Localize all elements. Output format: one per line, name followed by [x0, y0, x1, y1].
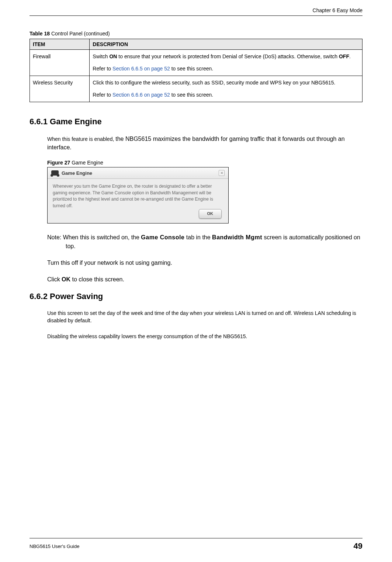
- page-footer: NBG5615 User's Guide 49: [30, 538, 362, 551]
- text-bold: OFF: [339, 53, 349, 59]
- text: Switch: [93, 53, 109, 59]
- close-icon[interactable]: ✕: [219, 170, 225, 176]
- text: Note: When this is switched on, the: [47, 234, 141, 240]
- table-caption: Table 18 Control Panel (continued): [30, 31, 362, 37]
- text-bold: Bandwidth Mgmt: [212, 234, 262, 240]
- table-caption-num: Table 18: [30, 31, 50, 37]
- text: .: [349, 53, 351, 59]
- power-saving-p2: Disabling the wireless capability lowers…: [47, 333, 362, 340]
- page-number: 49: [354, 541, 362, 551]
- intro-text: When this feature is enabled, the NBG561…: [47, 135, 362, 152]
- desc-firewall: Switch ON to ensure that your network is…: [90, 50, 362, 76]
- power-saving-p1: Use this screen to set the day of the we…: [47, 309, 362, 325]
- click-ok-text: Click OK to close this screen.: [47, 275, 362, 284]
- chapter-header: Chapter 6 Easy Mode: [30, 7, 362, 16]
- item-wireless-security: Wireless Security: [30, 76, 90, 102]
- dialog-header: Game Engine ✕: [48, 167, 228, 179]
- figure-caption-text: Game Engine: [70, 160, 103, 166]
- footer-guide-title: NBG5615 User's Guide: [30, 544, 79, 549]
- text: Refer to: [93, 92, 112, 98]
- figure-caption: Figure 27 Game Engine: [47, 160, 362, 166]
- heading-game-engine: 6.6.1 Game Engine: [30, 117, 362, 126]
- section-link[interactable]: Section 6.6.6 on page 52: [112, 92, 170, 98]
- turn-off-text: Turn this off if your network is not usi…: [47, 259, 362, 267]
- text: Click: [47, 276, 62, 282]
- heading-power-saving: 6.6.2 Power Saving: [30, 292, 362, 301]
- dialog-title: Game Engine: [62, 170, 92, 176]
- text: to see this screen.: [170, 92, 214, 98]
- text: to ensure that your network is protected…: [117, 53, 339, 59]
- table-caption-text: Control Panel (continued): [50, 31, 110, 37]
- text-bold: Game Console: [141, 234, 184, 240]
- control-panel-table: ITEM DESCRIPTION Firewall Switch ON to e…: [30, 39, 362, 102]
- text: tab in the: [184, 234, 212, 240]
- text: to see this screen.: [170, 66, 214, 72]
- desc-wireless-security: Click this to configure the wireless sec…: [90, 76, 362, 102]
- item-firewall: Firewall: [30, 50, 90, 76]
- controller-icon: [51, 170, 59, 176]
- note-text: Note: When this is switched on, the Game…: [47, 233, 362, 250]
- text-bold: ON: [109, 53, 117, 59]
- text-bold: OK: [62, 276, 70, 282]
- table-row: Firewall Switch ON to ensure that your n…: [30, 50, 362, 76]
- text: When this feature is enabled,: [47, 136, 115, 142]
- table-row: Wireless Security Click this to configur…: [30, 76, 362, 102]
- text: Refer to: [93, 66, 112, 72]
- figure-caption-num: Figure 27: [47, 160, 70, 166]
- ok-button[interactable]: OK: [199, 209, 222, 219]
- col-header-description: DESCRIPTION: [90, 39, 362, 50]
- col-header-item: ITEM: [30, 39, 90, 50]
- dialog-body: Whenever you turn the Game Engine on, th…: [48, 179, 228, 223]
- text: Click this to configure the wireless sec…: [93, 79, 359, 87]
- dialog-body-text: Whenever you turn the Game Engine on, th…: [53, 184, 213, 208]
- game-engine-dialog: Game Engine ✕ Whenever you turn the Game…: [47, 167, 229, 223]
- section-link[interactable]: Section 6.6.5 on page 52: [112, 66, 170, 72]
- text: to close this screen.: [70, 276, 124, 282]
